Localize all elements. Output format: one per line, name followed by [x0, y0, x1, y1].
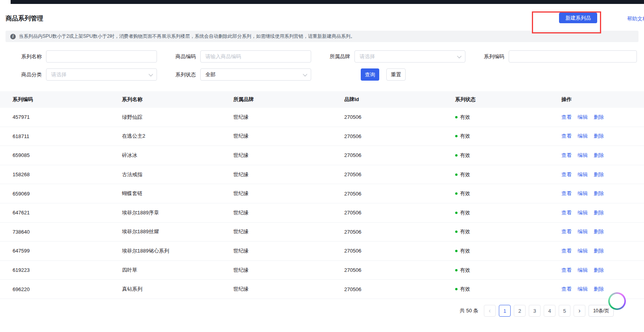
- status-dot-icon: [455, 269, 458, 271]
- chevron-down-icon: [457, 53, 461, 58]
- view-link[interactable]: 查看: [561, 286, 572, 293]
- status-select[interactable]: 全部: [200, 68, 311, 81]
- filter-series-name: 系列名称: [6, 50, 157, 63]
- table-row: 696220 真钻系列 世纪缘 270506 有效 查看 编辑 删除: [0, 280, 644, 299]
- page-button-3[interactable]: 3: [529, 305, 541, 317]
- view-link[interactable]: 查看: [561, 133, 572, 140]
- help-doc-link[interactable]: 帮助文档: [627, 15, 644, 22]
- status-dot-icon: [455, 135, 458, 137]
- pagination: 共 50 条 ‹ 1 2 3 4 5 › 10条/页: [459, 305, 614, 317]
- status-select-value: 全部: [205, 71, 216, 78]
- brand-select[interactable]: 请选择: [354, 50, 465, 63]
- cell-brand: 世纪缘: [233, 171, 344, 178]
- series-code-input[interactable]: [509, 50, 637, 63]
- category-select[interactable]: 请选择: [46, 68, 157, 81]
- cell-actions: 查看 编辑 删除: [561, 267, 644, 274]
- floating-widget[interactable]: [608, 292, 626, 310]
- table-row: 738640 埃菲尔1889丝耀 世纪缘 270506 有效 查看 编辑 删除: [0, 223, 644, 242]
- delete-link[interactable]: 删除: [594, 267, 604, 274]
- reset-button[interactable]: 重置: [386, 68, 406, 81]
- edit-link[interactable]: 编辑: [578, 190, 588, 197]
- info-banner-text: 当系列品内SPU数小于2或上架SPU数小于2时，消费者购物页面不再展示系列楼层，…: [19, 33, 355, 40]
- view-link[interactable]: 查看: [561, 190, 572, 197]
- cell-brand-id: 270506: [344, 286, 455, 292]
- prev-page-icon[interactable]: ‹: [484, 305, 496, 317]
- product-code-input[interactable]: [200, 50, 311, 63]
- table-row: 647599 埃菲尔1889铭心系列 世纪缘 270506 有效 查看 编辑 删…: [0, 242, 644, 261]
- header-brand: 所属品牌: [233, 96, 344, 103]
- edit-link[interactable]: 编辑: [578, 267, 588, 274]
- view-link[interactable]: 查看: [561, 209, 572, 216]
- delete-link[interactable]: 删除: [594, 190, 604, 197]
- cell-series-code: 738640: [0, 229, 122, 235]
- cell-series-name: 碎冰冰: [122, 152, 233, 159]
- page-button-2[interactable]: 2: [514, 305, 526, 317]
- edit-link[interactable]: 编辑: [578, 228, 588, 235]
- cell-brand: 世纪缘: [233, 114, 344, 121]
- status-dot-icon: [455, 288, 458, 290]
- edit-link[interactable]: 编辑: [578, 247, 588, 255]
- series-code-label: 系列编码: [468, 53, 509, 60]
- cell-brand-id: 270506: [344, 152, 455, 158]
- status-dot-icon: [455, 212, 458, 214]
- category-label: 商品分类: [6, 71, 46, 78]
- series-name-label: 系列名称: [6, 53, 46, 60]
- table-row: 619223 四叶草 世纪缘 270506 有效 查看 编辑 删除: [0, 261, 644, 280]
- view-link[interactable]: 查看: [561, 267, 572, 274]
- edit-link[interactable]: 编辑: [578, 114, 588, 121]
- cell-series-code: 619223: [0, 267, 122, 273]
- status-text: 有效: [460, 209, 470, 216]
- series-name-input[interactable]: [46, 50, 157, 63]
- product-code-label: 商品编码: [160, 53, 200, 60]
- view-link[interactable]: 查看: [561, 114, 572, 121]
- cell-series-code: 659069: [0, 191, 122, 197]
- cell-series-code: 659085: [0, 152, 122, 158]
- page-button-5[interactable]: 5: [559, 305, 570, 317]
- cell-brand: 世纪缘: [233, 209, 344, 216]
- edit-link[interactable]: 编辑: [578, 171, 588, 178]
- cell-series-code: 158268: [0, 172, 122, 177]
- cell-actions: 查看 编辑 删除: [561, 228, 644, 235]
- header-brand-id: 品牌Id: [344, 96, 455, 103]
- table-row: 158268 古法戒指 世纪缘 270506 有效 查看 编辑 删除: [0, 165, 644, 184]
- total-count: 共 50 条: [459, 307, 478, 314]
- filter-product-code: 商品编码: [160, 50, 311, 63]
- edit-link[interactable]: 编辑: [578, 133, 588, 140]
- status-text: 有效: [460, 228, 470, 235]
- view-link[interactable]: 查看: [561, 152, 572, 159]
- search-button[interactable]: 查询: [361, 68, 379, 81]
- brand-label: 所属品牌: [314, 53, 354, 60]
- cell-actions: 查看 编辑 删除: [561, 190, 644, 197]
- table-body: 457971 绿野仙踪 世纪缘 270506 有效 查看 编辑 删除 61871…: [0, 108, 644, 299]
- table-row: 457971 绿野仙踪 世纪缘 270506 有效 查看 编辑 删除: [0, 108, 644, 127]
- page-button-4[interactable]: 4: [544, 305, 555, 317]
- edit-link[interactable]: 编辑: [578, 286, 588, 293]
- filter-status: 系列状态 全部: [160, 68, 311, 81]
- cell-actions: 查看 编辑 删除: [561, 133, 644, 140]
- delete-link[interactable]: 删除: [594, 171, 604, 178]
- cell-series-name: 埃菲尔1889铭心系列: [122, 247, 233, 255]
- cell-brand: 世纪缘: [233, 286, 344, 293]
- edit-link[interactable]: 编辑: [578, 152, 588, 159]
- status-text: 有效: [460, 114, 470, 121]
- cell-series-code: 696220: [0, 286, 122, 292]
- view-link[interactable]: 查看: [561, 228, 572, 235]
- delete-link[interactable]: 删除: [594, 286, 604, 293]
- delete-link[interactable]: 删除: [594, 228, 604, 235]
- cell-brand: 世纪缘: [233, 247, 344, 255]
- cell-series-name: 蝴蝶套链: [122, 190, 233, 197]
- view-link[interactable]: 查看: [561, 247, 572, 255]
- delete-link[interactable]: 删除: [594, 114, 604, 121]
- delete-link[interactable]: 删除: [594, 209, 604, 216]
- next-page-icon[interactable]: ›: [574, 305, 585, 317]
- cell-brand-id: 270506: [344, 229, 455, 235]
- page-button-1[interactable]: 1: [499, 305, 511, 317]
- brand-select-placeholder: 请选择: [360, 53, 375, 60]
- view-link[interactable]: 查看: [561, 171, 572, 178]
- delete-link[interactable]: 删除: [594, 247, 604, 255]
- delete-link[interactable]: 删除: [594, 152, 604, 159]
- create-series-button[interactable]: 新建系列品: [559, 13, 597, 23]
- edit-link[interactable]: 编辑: [578, 209, 588, 216]
- status-text: 有效: [460, 171, 470, 178]
- delete-link[interactable]: 删除: [594, 133, 604, 140]
